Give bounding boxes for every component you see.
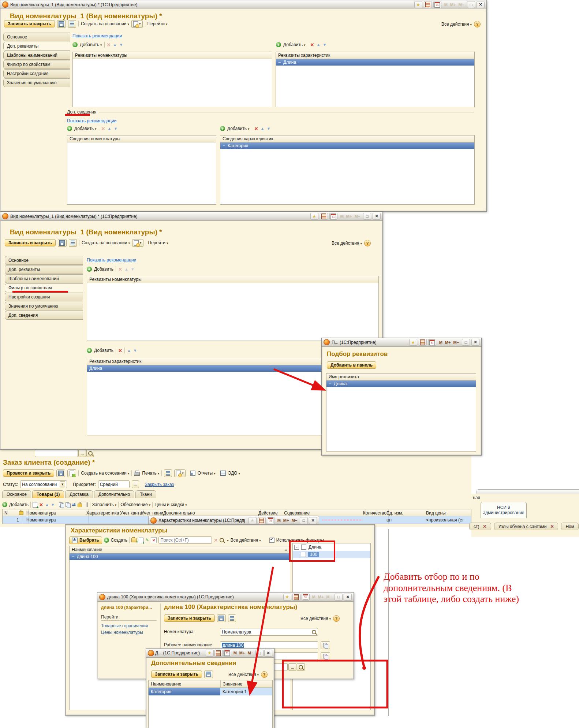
lock-icon[interactable] (78, 504, 82, 507)
prices-discounts-button[interactable]: Цены и скидки (154, 502, 187, 507)
tab-nastroyki[interactable]: Настройки создания (3, 69, 70, 78)
m-button[interactable]: M (439, 340, 442, 345)
table-row-kategoriya[interactable]: −Категория (220, 142, 474, 149)
m-button[interactable]: M (234, 651, 237, 655)
save-button[interactable] (204, 671, 213, 678)
fill-name-button[interactable] (321, 652, 330, 660)
calendar-icon[interactable] (433, 1, 441, 8)
maximize-button[interactable]: □ (255, 650, 264, 657)
m-minus-button[interactable]: M− (291, 518, 297, 523)
priority-dots-button[interactable]: ... (132, 480, 139, 488)
show-recommendations-link[interactable]: Показать рекомендации (72, 33, 122, 38)
filter-dlina-row[interactable]: Длина (293, 543, 370, 551)
tab-osnovnoe[interactable]: Основное (5, 256, 83, 265)
move-up-icon[interactable] (124, 267, 128, 271)
save-close-button[interactable]: Записать и закрыть (5, 239, 56, 246)
extra-dots-button[interactable]: ... (288, 663, 296, 671)
list-button[interactable] (228, 614, 236, 622)
move-down-icon[interactable] (266, 126, 270, 131)
m-minus-button[interactable]: M− (453, 340, 459, 345)
window-tab-nom[interactable]: Ном (561, 523, 579, 530)
tab-osnovnoe[interactable]: Основное (3, 33, 70, 41)
move-up-icon[interactable] (45, 502, 49, 507)
filter-100-checkbox[interactable] (301, 552, 306, 557)
tab-dostavka[interactable]: Доставка (65, 490, 93, 498)
copy-icon[interactable] (59, 502, 64, 507)
tab-filtr[interactable]: Фильтр по свойствам (5, 283, 83, 292)
favorites-icon[interactable]: ★ (206, 650, 214, 657)
move-down-icon[interactable] (322, 42, 326, 47)
tab-tkani[interactable]: Ткани (135, 490, 156, 498)
doc-clock-button[interactable] (131, 20, 143, 28)
search-input[interactable] (158, 536, 212, 544)
create-based-button[interactable]: Создать на основании (82, 240, 130, 245)
add-button[interactable]: Добавить (9, 502, 29, 507)
dropdown-icon[interactable]: ▾ (60, 481, 65, 487)
m-plus-button[interactable]: M+ (450, 3, 456, 7)
move-up-icon[interactable] (113, 42, 117, 47)
col-nomenclature[interactable]: Номенклатура (25, 509, 89, 516)
m-minus-button[interactable]: M− (458, 3, 464, 7)
filter-100-row[interactable]: 100 (293, 551, 370, 558)
close-tab-icon[interactable]: ✕ (550, 524, 554, 529)
go-button[interactable]: Перейти (148, 240, 168, 245)
tab-shablony[interactable]: Шаблоны наименований (5, 274, 83, 283)
favorites-icon[interactable]: ★ (249, 517, 257, 524)
status-combo[interactable]: На согласовании▾ (20, 480, 67, 488)
titlebar[interactable]: П... (1С:Предприятие) ★MM+M−□✕ (322, 338, 481, 347)
m-minus-button[interactable]: M− (247, 651, 253, 655)
save-button[interactable] (217, 614, 226, 622)
search-magnifier-button[interactable] (86, 449, 94, 457)
post-close-button[interactable]: Провести и закрыть (3, 469, 54, 477)
add-button[interactable]: Добавить (94, 348, 113, 353)
maximize-button[interactable]: □ (363, 213, 371, 220)
titlebar[interactable]: Д... (1С:Предприятие) ★MM+M−□✕ (146, 649, 274, 658)
move-down-icon[interactable] (119, 42, 123, 47)
maximize-button[interactable]: □ (335, 594, 343, 601)
col-ed-izm[interactable]: Ед. изм. (385, 509, 428, 516)
save-close-button[interactable]: Записать и закрыть (151, 671, 202, 678)
nav-link-tseny-nomenklatury[interactable]: Цены номенклатуры (101, 630, 143, 635)
calendar-icon[interactable] (302, 594, 310, 601)
edo-button[interactable]: ЭДО (228, 471, 240, 476)
all-actions-button[interactable]: Все действия (441, 22, 472, 27)
close-tab-icon[interactable]: ✕ (483, 524, 487, 529)
calendar-icon[interactable] (267, 517, 275, 524)
sort-icon[interactable] (284, 548, 288, 551)
add-button[interactable]: Добавить (94, 267, 113, 272)
add-group-icon[interactable] (131, 538, 137, 542)
save-close-button[interactable]: Записать и закрыть (164, 614, 215, 622)
favorites-icon[interactable]: ★ (283, 594, 291, 601)
move-down-icon[interactable] (131, 267, 135, 271)
magnifier-icon[interactable] (220, 538, 224, 542)
calculator-icon[interactable] (320, 213, 328, 220)
list-button[interactable] (69, 239, 77, 247)
m-minus-button[interactable]: M− (326, 595, 332, 599)
delete-icon[interactable] (101, 126, 105, 131)
help-icon[interactable] (261, 671, 268, 678)
tab-dop-svedeniya[interactable]: Доп. сведения (5, 311, 83, 320)
help-icon[interactable] (364, 240, 371, 246)
tab-tovary[interactable]: Товары (1) (32, 490, 64, 498)
table-row-dlina-100[interactable]: −длина 100 (70, 553, 290, 560)
move-down-icon[interactable] (133, 348, 137, 353)
delete-icon[interactable] (107, 42, 111, 47)
filter-dlina-checkbox[interactable] (301, 545, 306, 550)
tab-dop-rekvizity[interactable]: Доп. реквизиты (5, 265, 83, 274)
help-icon[interactable] (474, 21, 481, 27)
add-button[interactable]: Добавить (80, 42, 102, 47)
all-actions-button[interactable]: Все действия (231, 538, 261, 543)
favorites-icon[interactable]: ★ (409, 339, 417, 346)
delete-icon[interactable] (118, 348, 122, 353)
mark-delete-icon[interactable] (151, 537, 157, 543)
close-button[interactable]: ✕ (477, 1, 485, 8)
table-row-dlina[interactable]: −Длина (276, 59, 474, 66)
create-based-button[interactable]: Создать на основании (81, 471, 129, 476)
m-plus-button[interactable]: M+ (318, 595, 324, 599)
titlebar[interactable]: Вид номенклатуры_1 (Вид номенклатуры) * … (0, 0, 486, 9)
add-icon[interactable] (220, 126, 225, 131)
calculator-icon[interactable] (424, 1, 432, 8)
add-button[interactable]: Добавить (227, 126, 250, 131)
favorites-icon[interactable]: ★ (310, 213, 318, 220)
add-icon[interactable] (72, 42, 78, 47)
